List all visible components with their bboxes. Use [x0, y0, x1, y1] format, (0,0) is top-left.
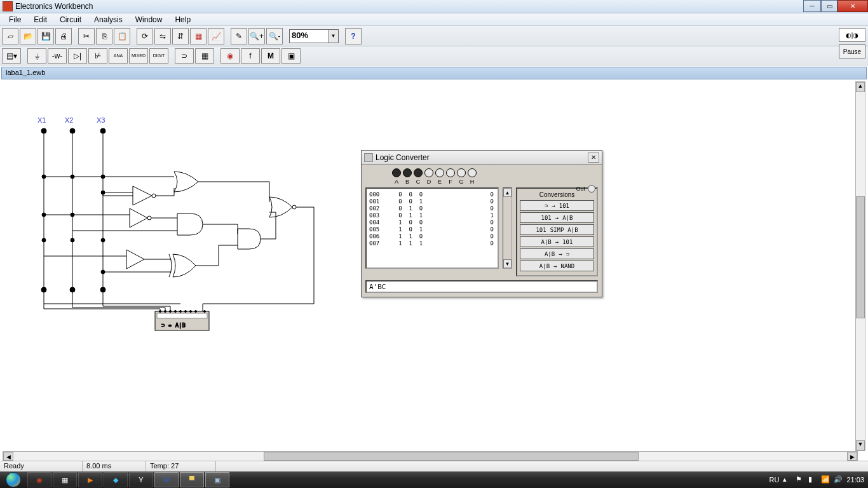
logic-converter-close-icon[interactable]: ✕	[588, 152, 599, 163]
lc-dot-c[interactable]	[414, 168, 423, 177]
lc-dot-e[interactable]	[435, 168, 444, 177]
paste-icon[interactable]: 📋	[114, 28, 130, 44]
mixed-bin-icon[interactable]: MIXED	[129, 48, 148, 64]
task-app-2[interactable]: ▦	[53, 472, 77, 487]
lc-btn-expr-to-table[interactable]: A|B101	[520, 236, 594, 247]
save-icon[interactable]: 💾	[37, 28, 54, 44]
scroll-right-icon[interactable]: ▶	[847, 452, 857, 461]
windows-taskbar[interactable]: ◉ ▦ ▶ ◆ Y W ▀ ▣ RU ▴ ⚑ ▮ 📶 🔊 21:03	[0, 471, 868, 488]
menu-file[interactable]: File	[3, 14, 27, 25]
toolbar-main: ▱ 📂 💾 🖨 ✂ ⎘ 📋 ⟳ ⇋ ⇵ ▦ 📈 ✎ 🔍+ 🔍- 80% ▼ ?	[0, 26, 868, 46]
gates-bin-icon[interactable]: ⊃	[175, 48, 194, 64]
help-icon[interactable]: ?	[345, 28, 362, 44]
task-app-word[interactable]: W	[154, 472, 179, 487]
indicator-bin-icon[interactable]: ◉	[220, 48, 240, 64]
minimize-button[interactable]: ─	[803, 0, 821, 12]
subcircuit-icon[interactable]: ▦	[190, 28, 207, 44]
scroll-down-icon[interactable]: ▼	[503, 259, 512, 268]
zoom-out-icon[interactable]: 🔍-	[266, 28, 283, 44]
maximize-button[interactable]: ▭	[821, 0, 837, 12]
lc-dot-g[interactable]	[457, 168, 466, 177]
print-icon[interactable]: 🖨	[55, 28, 72, 44]
basic-bin-icon[interactable]: -w-	[48, 48, 67, 64]
scroll-up-icon[interactable]: ▲	[503, 188, 512, 197]
logic-converter-titlebar[interactable]: Logic Converter ✕	[362, 151, 602, 165]
analog-bin-icon[interactable]: ANA	[109, 48, 128, 64]
lc-btn-table-simp-expr[interactable]: 101SIMPA|B	[520, 224, 594, 235]
tray-battery-icon[interactable]: ▮	[808, 475, 817, 484]
status-ready: Ready	[0, 461, 83, 471]
menu-window[interactable]: Window	[129, 14, 169, 25]
task-app-1[interactable]: ◉	[27, 472, 51, 487]
copy-icon[interactable]: ⎘	[96, 28, 112, 44]
logic-converter-window[interactable]: Logic Converter ✕ A B C	[361, 150, 602, 297]
lc-dot-a[interactable]	[392, 168, 401, 177]
system-tray[interactable]: RU ▴ ⚑ ▮ 📶 🔊 21:03	[766, 475, 868, 484]
lc-dot-h[interactable]	[468, 168, 477, 177]
canvas-area[interactable]: X1 X2 X3	[3, 81, 865, 450]
lc-scrollbar[interactable]: ▲ ▼	[503, 187, 512, 269]
instruments-bin-icon[interactable]: ▣	[281, 48, 301, 64]
tray-clock[interactable]: 21:03	[846, 476, 864, 484]
tray-lang[interactable]: RU	[770, 476, 780, 484]
task-app-explorer[interactable]: ▀	[180, 472, 204, 487]
select-tool-icon[interactable]: ▤▾	[2, 48, 21, 64]
close-button[interactable]: ✕	[837, 0, 868, 12]
task-app-4[interactable]: ◆	[104, 472, 128, 487]
task-app-ewb[interactable]: ▣	[205, 472, 229, 487]
lc-btn-table-to-expr[interactable]: 101A|B	[520, 212, 594, 223]
menu-analysis[interactable]: Analysis	[88, 14, 129, 25]
digital-bin-icon[interactable]: DIGIT	[149, 48, 168, 64]
new-icon[interactable]: ▱	[2, 28, 18, 44]
misc-bin-icon[interactable]: f	[241, 48, 260, 64]
window-controls: ─ ▭ ✕	[803, 0, 868, 12]
diode-bin-icon[interactable]: ▷|	[68, 48, 87, 64]
lc-btn-expr-to-gate[interactable]: A|B⊃	[520, 248, 594, 259]
document-filename: laba1_1.ewb	[1, 67, 867, 79]
menu-help[interactable]: Help	[168, 14, 197, 25]
probe-icon[interactable]: ✎	[231, 28, 247, 44]
tray-flag-icon[interactable]: ⚑	[796, 475, 804, 484]
task-app-3[interactable]: ▶	[78, 472, 102, 487]
scroll-up-icon[interactable]: ▲	[856, 82, 865, 92]
zoom-combo[interactable]: 80% ▼	[289, 29, 339, 43]
pause-button[interactable]: Pause	[839, 44, 865, 58]
zoom-in-icon[interactable]: 🔍+	[248, 28, 265, 44]
lc-dot-b[interactable]	[403, 168, 412, 177]
sources-bin-icon[interactable]: ⏚	[27, 48, 46, 64]
canvas-hscrollbar[interactable]: ◀ ▶	[3, 451, 858, 461]
scroll-left-icon[interactable]: ◀	[3, 452, 13, 461]
svg-point-6	[41, 287, 46, 292]
ic-bin-icon[interactable]: ▦	[195, 48, 214, 64]
start-button[interactable]	[0, 471, 27, 488]
open-icon[interactable]: 📂	[20, 28, 36, 44]
canvas-vscrollbar[interactable]: ▲ ▼	[855, 81, 865, 451]
lc-dot-d[interactable]	[424, 168, 433, 177]
menu-edit[interactable]: Edit	[27, 14, 53, 25]
tray-chevron-up-icon[interactable]: ▴	[783, 475, 792, 484]
rotate-icon[interactable]: ⟳	[137, 28, 153, 44]
graph-icon[interactable]: 📈	[208, 28, 224, 44]
lc-expression-field[interactable]: A'BC	[365, 280, 598, 293]
vscroll-thumb[interactable]	[856, 196, 865, 318]
task-app-5[interactable]: Y	[129, 472, 153, 487]
transistor-bin-icon[interactable]: ⊬	[88, 48, 107, 64]
flip-v-icon[interactable]: ⇵	[172, 28, 189, 44]
cut-icon[interactable]: ✂	[78, 28, 95, 44]
scroll-down-icon[interactable]: ▼	[856, 440, 865, 451]
lc-out-dot[interactable]	[588, 185, 595, 193]
tray-network-icon[interactable]: 📶	[821, 475, 830, 484]
lc-truth-table[interactable]: 000 001 002 003 004 005 006 007 0 0 0 0 …	[365, 187, 499, 269]
lc-btn-expr-to-nand[interactable]: A|BNAND	[520, 261, 594, 271]
menu-circuit[interactable]: Circuit	[53, 14, 88, 25]
zoom-value[interactable]: 80%	[290, 30, 328, 43]
hscroll-thumb[interactable]	[264, 452, 639, 461]
lc-btn-gate-to-table[interactable]: ⊃101	[520, 200, 594, 211]
tray-volume-icon[interactable]: 🔊	[834, 475, 843, 484]
sim-switch-icon[interactable]: ◐|◑	[839, 28, 865, 42]
lc-dot-f[interactable]	[446, 168, 455, 177]
flip-h-icon[interactable]: ⇋	[154, 28, 171, 44]
zoom-dropdown-icon[interactable]: ▼	[328, 30, 338, 43]
control-bin-icon[interactable]: M	[261, 48, 280, 64]
svg-rect-54	[157, 313, 207, 318]
